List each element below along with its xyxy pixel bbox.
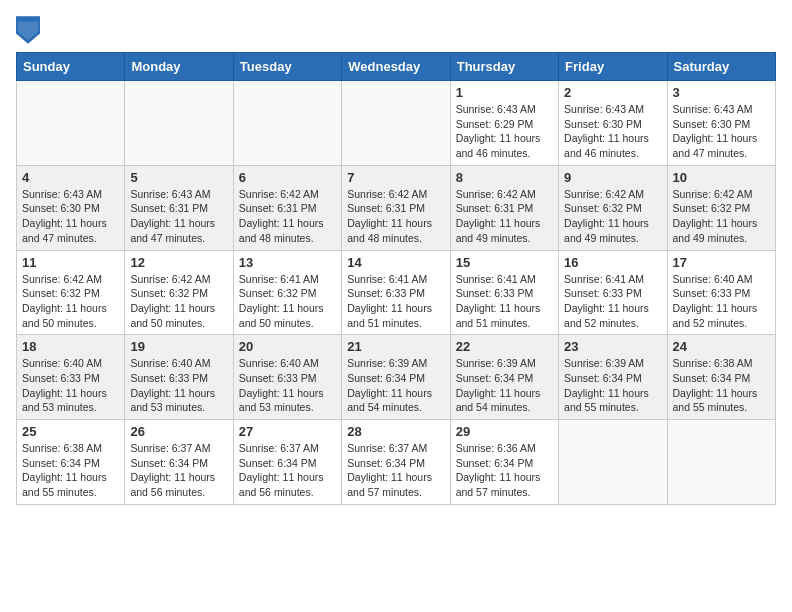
- calendar-cell: 17Sunrise: 6:40 AM Sunset: 6:33 PM Dayli…: [667, 250, 775, 335]
- day-info: Sunrise: 6:39 AM Sunset: 6:34 PM Dayligh…: [564, 356, 661, 415]
- calendar-cell: 2Sunrise: 6:43 AM Sunset: 6:30 PM Daylig…: [559, 81, 667, 166]
- day-number: 15: [456, 255, 553, 270]
- day-number: 20: [239, 339, 336, 354]
- header-tuesday: Tuesday: [233, 53, 341, 81]
- day-info: Sunrise: 6:39 AM Sunset: 6:34 PM Dayligh…: [456, 356, 553, 415]
- header-friday: Friday: [559, 53, 667, 81]
- day-number: 23: [564, 339, 661, 354]
- day-info: Sunrise: 6:40 AM Sunset: 6:33 PM Dayligh…: [673, 272, 770, 331]
- calendar-cell: 23Sunrise: 6:39 AM Sunset: 6:34 PM Dayli…: [559, 335, 667, 420]
- day-number: 29: [456, 424, 553, 439]
- calendar-cell: 10Sunrise: 6:42 AM Sunset: 6:32 PM Dayli…: [667, 165, 775, 250]
- header-saturday: Saturday: [667, 53, 775, 81]
- day-info: Sunrise: 6:37 AM Sunset: 6:34 PM Dayligh…: [239, 441, 336, 500]
- day-number: 1: [456, 85, 553, 100]
- calendar-cell: 27Sunrise: 6:37 AM Sunset: 6:34 PM Dayli…: [233, 420, 341, 505]
- calendar-body: 1Sunrise: 6:43 AM Sunset: 6:29 PM Daylig…: [17, 81, 776, 505]
- day-number: 13: [239, 255, 336, 270]
- day-info: Sunrise: 6:42 AM Sunset: 6:32 PM Dayligh…: [130, 272, 227, 331]
- day-number: 11: [22, 255, 119, 270]
- day-info: Sunrise: 6:39 AM Sunset: 6:34 PM Dayligh…: [347, 356, 444, 415]
- day-info: Sunrise: 6:43 AM Sunset: 6:30 PM Dayligh…: [564, 102, 661, 161]
- day-info: Sunrise: 6:38 AM Sunset: 6:34 PM Dayligh…: [22, 441, 119, 500]
- calendar-cell: [559, 420, 667, 505]
- calendar-cell: [667, 420, 775, 505]
- header-wednesday: Wednesday: [342, 53, 450, 81]
- calendar-cell: 16Sunrise: 6:41 AM Sunset: 6:33 PM Dayli…: [559, 250, 667, 335]
- calendar-cell: 11Sunrise: 6:42 AM Sunset: 6:32 PM Dayli…: [17, 250, 125, 335]
- calendar-cell: 9Sunrise: 6:42 AM Sunset: 6:32 PM Daylig…: [559, 165, 667, 250]
- day-number: 21: [347, 339, 444, 354]
- day-info: Sunrise: 6:38 AM Sunset: 6:34 PM Dayligh…: [673, 356, 770, 415]
- calendar-cell: [125, 81, 233, 166]
- calendar-cell: 4Sunrise: 6:43 AM Sunset: 6:30 PM Daylig…: [17, 165, 125, 250]
- day-number: 26: [130, 424, 227, 439]
- logo: [16, 16, 44, 44]
- day-number: 9: [564, 170, 661, 185]
- day-number: 14: [347, 255, 444, 270]
- header-sunday: Sunday: [17, 53, 125, 81]
- calendar-cell: 7Sunrise: 6:42 AM Sunset: 6:31 PM Daylig…: [342, 165, 450, 250]
- day-info: Sunrise: 6:43 AM Sunset: 6:30 PM Dayligh…: [673, 102, 770, 161]
- calendar-cell: 15Sunrise: 6:41 AM Sunset: 6:33 PM Dayli…: [450, 250, 558, 335]
- day-info: Sunrise: 6:41 AM Sunset: 6:32 PM Dayligh…: [239, 272, 336, 331]
- day-number: 16: [564, 255, 661, 270]
- logo-icon: [16, 16, 40, 44]
- week-row-3: 11Sunrise: 6:42 AM Sunset: 6:32 PM Dayli…: [17, 250, 776, 335]
- day-number: 17: [673, 255, 770, 270]
- day-info: Sunrise: 6:43 AM Sunset: 6:29 PM Dayligh…: [456, 102, 553, 161]
- calendar-cell: 13Sunrise: 6:41 AM Sunset: 6:32 PM Dayli…: [233, 250, 341, 335]
- day-info: Sunrise: 6:41 AM Sunset: 6:33 PM Dayligh…: [456, 272, 553, 331]
- page-header: [16, 16, 776, 44]
- day-info: Sunrise: 6:41 AM Sunset: 6:33 PM Dayligh…: [564, 272, 661, 331]
- day-info: Sunrise: 6:36 AM Sunset: 6:34 PM Dayligh…: [456, 441, 553, 500]
- calendar-cell: 21Sunrise: 6:39 AM Sunset: 6:34 PM Dayli…: [342, 335, 450, 420]
- calendar-cell: 24Sunrise: 6:38 AM Sunset: 6:34 PM Dayli…: [667, 335, 775, 420]
- day-number: 4: [22, 170, 119, 185]
- calendar-cell: 18Sunrise: 6:40 AM Sunset: 6:33 PM Dayli…: [17, 335, 125, 420]
- calendar-cell: 19Sunrise: 6:40 AM Sunset: 6:33 PM Dayli…: [125, 335, 233, 420]
- day-number: 24: [673, 339, 770, 354]
- day-info: Sunrise: 6:42 AM Sunset: 6:32 PM Dayligh…: [22, 272, 119, 331]
- day-number: 22: [456, 339, 553, 354]
- day-info: Sunrise: 6:41 AM Sunset: 6:33 PM Dayligh…: [347, 272, 444, 331]
- calendar-cell: 8Sunrise: 6:42 AM Sunset: 6:31 PM Daylig…: [450, 165, 558, 250]
- day-number: 18: [22, 339, 119, 354]
- calendar-cell: [233, 81, 341, 166]
- day-info: Sunrise: 6:42 AM Sunset: 6:31 PM Dayligh…: [239, 187, 336, 246]
- calendar-cell: 29Sunrise: 6:36 AM Sunset: 6:34 PM Dayli…: [450, 420, 558, 505]
- day-info: Sunrise: 6:40 AM Sunset: 6:33 PM Dayligh…: [22, 356, 119, 415]
- calendar-cell: 28Sunrise: 6:37 AM Sunset: 6:34 PM Dayli…: [342, 420, 450, 505]
- days-of-week-row: SundayMondayTuesdayWednesdayThursdayFrid…: [17, 53, 776, 81]
- calendar-table: SundayMondayTuesdayWednesdayThursdayFrid…: [16, 52, 776, 505]
- week-row-5: 25Sunrise: 6:38 AM Sunset: 6:34 PM Dayli…: [17, 420, 776, 505]
- day-number: 6: [239, 170, 336, 185]
- calendar-cell: 20Sunrise: 6:40 AM Sunset: 6:33 PM Dayli…: [233, 335, 341, 420]
- calendar-cell: 12Sunrise: 6:42 AM Sunset: 6:32 PM Dayli…: [125, 250, 233, 335]
- day-number: 25: [22, 424, 119, 439]
- calendar-cell: 14Sunrise: 6:41 AM Sunset: 6:33 PM Dayli…: [342, 250, 450, 335]
- day-number: 5: [130, 170, 227, 185]
- day-number: 10: [673, 170, 770, 185]
- day-number: 28: [347, 424, 444, 439]
- day-number: 7: [347, 170, 444, 185]
- day-info: Sunrise: 6:42 AM Sunset: 6:32 PM Dayligh…: [673, 187, 770, 246]
- calendar-cell: 26Sunrise: 6:37 AM Sunset: 6:34 PM Dayli…: [125, 420, 233, 505]
- day-number: 2: [564, 85, 661, 100]
- calendar-cell: 22Sunrise: 6:39 AM Sunset: 6:34 PM Dayli…: [450, 335, 558, 420]
- day-info: Sunrise: 6:42 AM Sunset: 6:31 PM Dayligh…: [456, 187, 553, 246]
- header-thursday: Thursday: [450, 53, 558, 81]
- day-info: Sunrise: 6:40 AM Sunset: 6:33 PM Dayligh…: [239, 356, 336, 415]
- calendar-cell: 5Sunrise: 6:43 AM Sunset: 6:31 PM Daylig…: [125, 165, 233, 250]
- day-info: Sunrise: 6:42 AM Sunset: 6:32 PM Dayligh…: [564, 187, 661, 246]
- week-row-4: 18Sunrise: 6:40 AM Sunset: 6:33 PM Dayli…: [17, 335, 776, 420]
- calendar-cell: [17, 81, 125, 166]
- day-info: Sunrise: 6:40 AM Sunset: 6:33 PM Dayligh…: [130, 356, 227, 415]
- day-number: 27: [239, 424, 336, 439]
- day-number: 8: [456, 170, 553, 185]
- day-number: 3: [673, 85, 770, 100]
- header-monday: Monday: [125, 53, 233, 81]
- calendar-header: SundayMondayTuesdayWednesdayThursdayFrid…: [17, 53, 776, 81]
- day-number: 19: [130, 339, 227, 354]
- day-info: Sunrise: 6:43 AM Sunset: 6:30 PM Dayligh…: [22, 187, 119, 246]
